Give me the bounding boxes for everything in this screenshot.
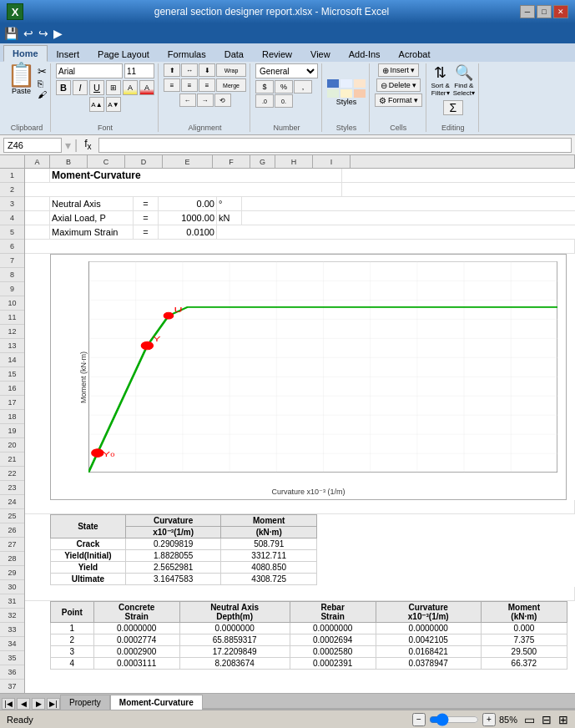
align-right-button[interactable]: ≡ [199,78,215,92]
name-box-dropdown[interactable]: ▾ [65,139,71,152]
formula-input[interactable] [98,138,572,153]
currency-button[interactable]: $ [255,80,274,94]
align-left-button[interactable]: ≡ [164,78,180,92]
align-center-button[interactable]: ≡ [181,78,198,92]
underline-button[interactable]: U [89,80,104,95]
row-num-17[interactable]: 17 [0,396,24,410]
row-num-36[interactable]: 36 [0,665,24,680]
row-num-27[interactable]: 27 [0,538,24,552]
row-num-23[interactable]: 23 [0,481,24,495]
copy-button[interactable]: ⎘ [38,78,47,88]
delete-cells-button[interactable]: ⊖ Delete▾ [376,78,421,92]
row-num-33[interactable]: 33 [0,623,24,637]
row-num-26[interactable]: 26 [0,523,24,538]
row-num-3[interactable]: 3 [0,197,24,211]
sum-button[interactable]: Σ [443,100,463,115]
tab-page-layout[interactable]: Page Layout [88,45,159,62]
tab-formulas[interactable]: Formulas [159,45,215,62]
fill-color-button[interactable]: A [123,80,138,95]
row-num-28[interactable]: 28 [0,552,24,566]
indent-inc-button[interactable]: → [197,94,214,107]
tab-data[interactable]: Data [215,45,253,62]
save-qat-button[interactable]: 💾 [3,26,19,41]
axial-load-val[interactable]: 1000.00 [159,211,217,225]
max-strain-eq[interactable]: = [134,225,159,239]
row-num-7[interactable]: 7 [0,254,24,268]
zoom-slider[interactable] [429,715,479,724]
tab-home[interactable]: Home [3,45,48,62]
increase-decimal-button[interactable]: .0 [255,94,274,108]
axial-load-eq[interactable]: = [134,211,159,225]
col-header-d[interactable]: D [125,155,163,168]
row-num-16[interactable]: 16 [0,382,24,396]
sheet-tab-moment-curvature[interactable]: Moment-Curvature [110,695,203,710]
neutral-axis-val[interactable]: 0.00 [159,197,217,210]
max-strain-val[interactable]: 0.0100 [159,225,217,239]
row-num-32[interactable]: 32 [0,609,24,623]
col-header-g[interactable]: G [250,155,275,168]
run-qat-button[interactable]: ▶ [53,26,63,41]
row-num-4[interactable]: 4 [0,211,24,225]
percent-button[interactable]: % [275,80,293,94]
row-num-30[interactable]: 30 [0,580,24,594]
row-num-29[interactable]: 29 [0,566,24,580]
merge-center-button[interactable]: Merge [216,78,246,92]
insert-cells-button[interactable]: ⊕ Insert▾ [378,63,420,77]
row-num-35[interactable]: 35 [0,651,24,665]
align-top-button[interactable]: ⬆ [164,63,180,77]
sheet-tab-nav-prev[interactable]: ◀ [17,698,30,710]
row-num-34[interactable]: 34 [0,637,24,651]
font-size-combo[interactable] [124,63,154,78]
sort-filter-button[interactable]: ⇅ Sort &Filter▾ [431,63,450,97]
border-button[interactable]: ⊞ [106,80,121,95]
orientation-button[interactable]: ⟲ [214,94,231,107]
axial-load-unit[interactable]: kN [217,211,242,225]
maximize-button[interactable]: □ [537,5,552,18]
view-layout-button[interactable]: ⊟ [542,713,552,726]
increase-font-button[interactable]: A▲ [89,97,104,112]
col-header-a[interactable]: A [25,155,50,168]
zoom-in-button[interactable]: + [482,713,496,726]
tab-view[interactable]: View [301,45,340,62]
row-num-12[interactable]: 12 [0,325,24,339]
col-header-c[interactable]: C [88,155,125,168]
tab-addins[interactable]: Add-Ins [340,45,390,62]
styles-button[interactable]: Styles [327,79,366,106]
row-num-25[interactable]: 25 [0,509,24,523]
font-name-combo[interactable] [56,63,123,78]
col-header-b[interactable]: B [50,155,88,168]
format-painter-button[interactable]: 🖌 [38,89,47,99]
bold-button[interactable]: B [56,80,71,95]
neutral-axis-eq[interactable]: = [134,197,159,210]
tab-review[interactable]: Review [253,45,301,62]
row-num-5[interactable]: 5 [0,225,24,240]
italic-button[interactable]: I [73,80,88,95]
row-num-22[interactable]: 22 [0,467,24,481]
sheet-tab-nav-first[interactable]: |◀ [2,698,15,710]
col-header-more[interactable] [351,155,575,168]
row-num-13[interactable]: 13 [0,339,24,353]
row-num-14[interactable]: 14 [0,353,24,367]
number-format-combo[interactable]: General Number Currency [255,63,318,78]
sheet-tab-property[interactable]: Property [60,695,110,710]
col-header-h[interactable]: H [275,155,313,168]
sheet-tab-nav-last[interactable]: ▶| [47,698,60,710]
wrap-text-button[interactable]: Wrap [216,63,246,77]
row-num-21[interactable]: 21 [0,452,24,467]
row-num-24[interactable]: 24 [0,495,24,509]
minimize-button[interactable]: ─ [520,5,535,18]
sheet-tab-nav-next[interactable]: ▶ [32,698,45,710]
col-header-i[interactable]: I [313,155,351,168]
decrease-decimal-button[interactable]: 0. [275,94,293,108]
undo-qat-button[interactable]: ↩ [23,26,34,41]
comma-button[interactable]: , [294,80,312,94]
cut-button[interactable]: ✂ [38,65,47,78]
align-bottom-button[interactable]: ⬇ [199,63,215,77]
row-num-10[interactable]: 10 [0,296,24,311]
row-num-2[interactable]: 2 [0,183,24,197]
decrease-font-button[interactable]: A▼ [106,97,121,112]
paste-button[interactable]: 📋 Paste [7,63,36,95]
close-button[interactable]: ✕ [553,5,568,18]
format-cells-button[interactable]: ⚙ Format▾ [375,94,422,107]
tab-acrobat[interactable]: Acrobat [390,45,440,62]
